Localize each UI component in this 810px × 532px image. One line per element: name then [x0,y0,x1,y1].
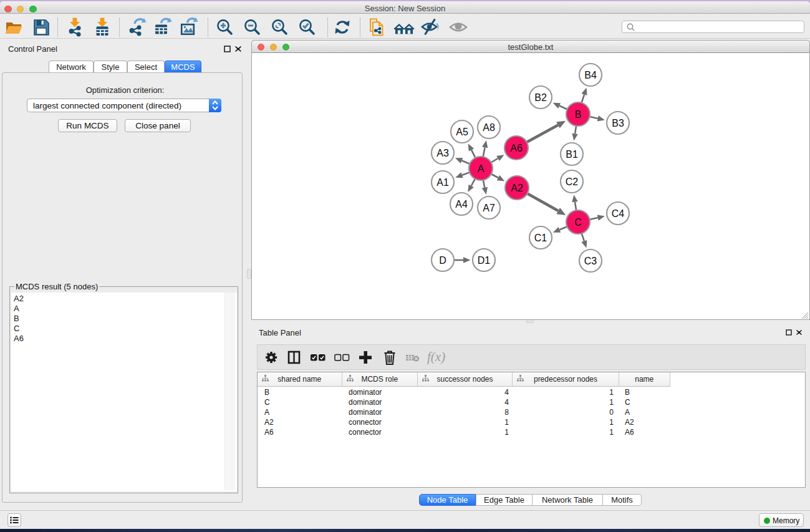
svg-text:C2: C2 [566,177,579,187]
svg-text:A5: A5 [456,127,468,137]
svg-text:A1: A1 [436,177,449,188]
svg-text:A6: A6 [510,143,523,153]
svg-text:C1: C1 [534,233,547,243]
svg-text:B: B [575,109,582,120]
svg-text:A7: A7 [483,203,495,213]
svg-text:A4: A4 [455,199,468,210]
svg-text:B1: B1 [566,149,578,160]
svg-text:D: D [439,255,446,266]
svg-text:C: C [574,217,582,228]
svg-text:B4: B4 [584,70,597,80]
svg-text:D1: D1 [478,255,491,266]
svg-text:A3: A3 [436,148,449,158]
svg-text:B3: B3 [612,118,624,128]
svg-text:A2: A2 [511,183,523,193]
svg-text:C4: C4 [612,208,625,219]
svg-text:C3: C3 [584,256,597,266]
svg-text:A: A [478,163,485,174]
svg-text:B2: B2 [534,92,547,103]
svg-text:A8: A8 [483,122,495,133]
